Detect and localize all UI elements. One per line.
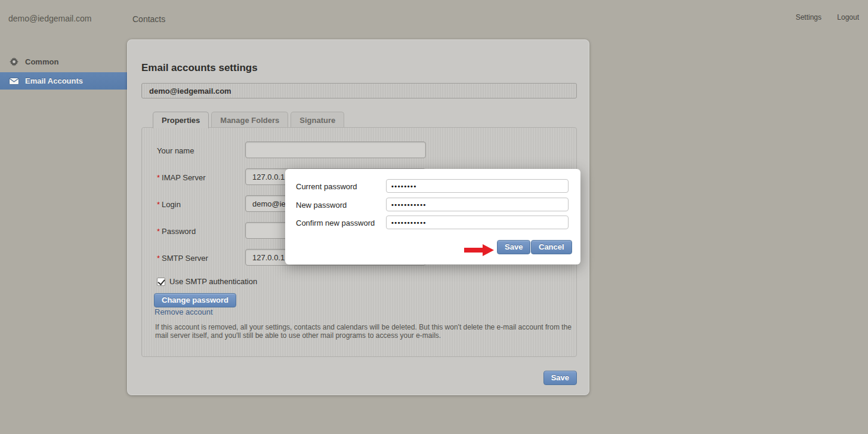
gear-icon (9, 58, 19, 66)
topbar-account-email: demo@iedgemail.com (8, 14, 92, 23)
sidebar-item-label: Common (25, 57, 58, 66)
confirm-new-password-label: Confirm new password (296, 218, 375, 227)
change-password-button[interactable]: Change password (154, 293, 236, 307)
arrow-shaft (464, 248, 483, 253)
smtp-server-label: *SMTP Server (157, 254, 208, 263)
tab-properties[interactable]: Properties (153, 112, 209, 128)
tab-manage-folders[interactable]: Manage Folders (211, 112, 288, 128)
required-marker: * (157, 200, 160, 209)
tab-signature[interactable]: Signature (291, 112, 344, 128)
change-password-modal: Current password New password Confirm ne… (285, 169, 580, 264)
account-row[interactable]: demo@iedgemail.com (141, 83, 577, 99)
smtp-auth-row: Use SMTP authentication (157, 277, 257, 286)
sidebar-item-label: Email Accounts (25, 76, 83, 85)
smtp-auth-checkbox[interactable] (157, 278, 165, 286)
current-password-input[interactable] (386, 179, 569, 193)
topbar-logout-link[interactable]: Logout (837, 13, 859, 21)
panel-save-button[interactable]: Save (543, 371, 577, 385)
new-password-input[interactable] (386, 198, 569, 211)
remove-account-link[interactable]: Remove account (155, 307, 213, 316)
smtp-auth-label: Use SMTP authentication (169, 277, 257, 286)
modal-cancel-button[interactable]: Cancel (531, 240, 572, 254)
page-title: Email accounts settings (141, 62, 258, 74)
confirm-new-password-input[interactable] (386, 216, 569, 229)
imap-server-label: *IMAP Server (157, 173, 206, 182)
envelope-icon (9, 77, 19, 85)
password-label: *Password (157, 227, 196, 236)
remove-account-warning: If this account is removed, all your set… (155, 324, 576, 340)
topbar-settings-link[interactable]: Settings (796, 13, 821, 21)
topbar-contacts-link[interactable]: Contacts (132, 14, 165, 24)
your-name-label: Your name (157, 146, 194, 155)
sidebar-item-common[interactable]: Common (0, 54, 127, 70)
tab-bar: Properties Manage Folders Signature (153, 112, 347, 128)
required-marker: * (157, 173, 160, 182)
required-marker: * (157, 254, 160, 263)
modal-save-button[interactable]: Save (497, 240, 530, 254)
red-arrow-annotation (464, 244, 494, 256)
arrow-head (483, 244, 494, 256)
your-name-input[interactable] (245, 141, 426, 158)
sidebar-item-email-accounts[interactable]: Email Accounts (0, 72, 127, 90)
new-password-label: New password (296, 201, 347, 210)
required-marker: * (157, 227, 160, 236)
login-label: *Login (157, 200, 181, 209)
current-password-label: Current password (296, 182, 357, 191)
